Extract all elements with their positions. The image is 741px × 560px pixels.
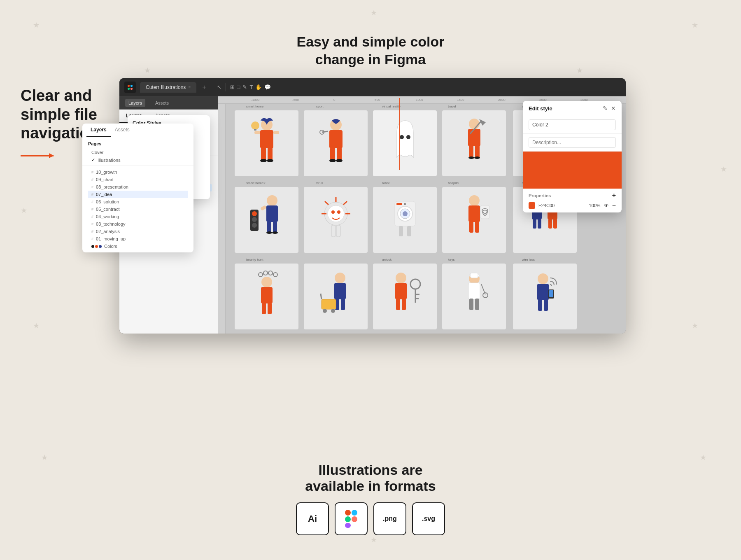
- svg-point-117: [538, 273, 548, 284]
- main-content: Easy and simple color change in Figma Cl…: [0, 0, 741, 560]
- lp-layer-04working[interactable]: # 04_working: [88, 213, 188, 220]
- visibility-icon[interactable]: 👁: [604, 203, 609, 208]
- svg-point-47: [272, 231, 278, 234]
- svg-rect-113: [469, 299, 473, 310]
- svg-rect-5: [260, 130, 273, 148]
- svg-rect-65: [404, 203, 406, 205]
- comment-tool[interactable]: 💬: [264, 84, 271, 90]
- svg-rect-59: [336, 225, 340, 237]
- lp-pages-title: Pages: [88, 141, 188, 146]
- svg-point-28: [468, 156, 474, 159]
- svg-line-92: [273, 274, 273, 275]
- svg-rect-72: [480, 205, 489, 219]
- svg-point-68: [469, 195, 480, 206]
- bottom-heading: Illustrations are available in formats: [305, 462, 436, 494]
- svg-rect-80: [553, 219, 557, 229]
- figma-format-icon: [345, 510, 357, 528]
- lp-layer-08presentation[interactable]: # 08_presentation: [88, 183, 188, 191]
- illus-cell-8: [373, 187, 437, 253]
- svg-rect-69: [468, 205, 480, 222]
- svg-point-12: [251, 121, 259, 130]
- svg-rect-13: [254, 129, 256, 131]
- svg-point-42: [267, 195, 277, 206]
- svg-line-90: [263, 274, 263, 275]
- lp-layer-03technology[interactable]: # 03_technology: [88, 220, 188, 228]
- svg-rect-75: [533, 219, 536, 229]
- lp-layers-tab[interactable]: Layers: [86, 124, 111, 137]
- move-tool[interactable]: ↖: [217, 84, 221, 90]
- pen-tool[interactable]: ✎: [242, 84, 247, 90]
- frame-tool[interactable]: ⊞: [230, 84, 235, 90]
- svg-point-101: [396, 273, 406, 283]
- assets-nav-tab[interactable]: Assets: [152, 99, 172, 107]
- svg-rect-123: [345, 510, 351, 516]
- svg-point-29: [474, 156, 480, 159]
- svg-rect-15: [329, 130, 343, 148]
- lp-colors-item[interactable]: Colors: [88, 243, 188, 250]
- svg-rect-102: [395, 283, 407, 299]
- close-style-button[interactable]: ✕: [611, 105, 616, 112]
- format-badges: Ai .png .svg: [296, 502, 445, 535]
- svg-rect-111: [471, 273, 478, 278]
- layers-nav-tab[interactable]: Layers: [125, 99, 145, 107]
- svg-rect-2: [128, 88, 130, 90]
- lp-tabs: Layers Assets: [82, 124, 193, 137]
- svg-point-22: [400, 135, 404, 139]
- lp-layer-07idea[interactable]: # 07_idea: [88, 191, 188, 198]
- add-tab-button[interactable]: +: [202, 84, 206, 91]
- lp-layer-02analysis[interactable]: # 02_analysis: [88, 228, 188, 235]
- lp-assets-tab[interactable]: Assets: [111, 124, 134, 137]
- esp-header: Edit style ✎ ✕: [523, 101, 622, 116]
- top-center-heading: Easy and simple color change in Figma: [296, 33, 444, 68]
- opacity-value: 100%: [589, 203, 601, 208]
- svg-point-105: [410, 279, 420, 289]
- lp-page-illustrations[interactable]: ✓ Illustrations: [88, 156, 188, 164]
- svg-rect-114: [475, 299, 479, 310]
- lp-layer-06solution[interactable]: # 06_solution: [88, 198, 188, 205]
- tab-close-icon[interactable]: ×: [188, 85, 191, 89]
- lp-layers-list: # 10_growth # 09_chart # 08_presentation…: [82, 166, 193, 252]
- figma-format-badge: [335, 502, 368, 535]
- arrow-decoration: [21, 155, 54, 156]
- color-name-input[interactable]: [529, 119, 616, 130]
- svg-rect-17: [337, 147, 342, 161]
- add-property-button[interactable]: +: [612, 192, 616, 199]
- svg-rect-11: [273, 131, 279, 134]
- figma-toolbar: Cuterr Illustrations × + ↖ ⊞ □ ✎ T ✋ 💬: [119, 78, 626, 96]
- svg-rect-10: [254, 131, 260, 134]
- svg-line-20: [322, 131, 328, 132]
- svg-rect-71: [475, 221, 479, 233]
- svg-rect-7: [268, 147, 273, 161]
- minus-icon[interactable]: −: [612, 202, 616, 209]
- description-input[interactable]: [529, 137, 616, 148]
- lp-layer-05contract[interactable]: # 05_contract: [88, 205, 188, 213]
- lp-layer-01movingup[interactable]: # 01_moving_up: [88, 235, 188, 243]
- svg-rect-26: [469, 145, 473, 158]
- svg-point-82: [261, 277, 272, 287]
- svg-rect-1: [130, 85, 133, 87]
- lp-layer-10growth[interactable]: # 10_growth: [88, 168, 188, 176]
- figma-tab[interactable]: Cuterr Illustrations ×: [140, 82, 196, 93]
- svg-point-56: [331, 210, 335, 214]
- lp-layer-09chart[interactable]: # 09_chart: [88, 176, 188, 183]
- text-tool[interactable]: T: [249, 84, 253, 90]
- illus-cell-1: [235, 110, 298, 176]
- ai-label: Ai: [308, 513, 317, 524]
- figma-logo: [124, 82, 136, 93]
- svg-rect-104: [402, 299, 406, 310]
- svg-point-8: [260, 159, 267, 162]
- svg-rect-67: [407, 226, 411, 236]
- description-field: [523, 134, 622, 152]
- svg-rect-58: [331, 225, 336, 237]
- illus-cell-9: [442, 187, 506, 253]
- svg-point-98: [323, 309, 327, 313]
- edit-icon[interactable]: ✎: [603, 105, 608, 112]
- svg-label: .svg: [422, 515, 435, 523]
- svg-rect-16: [330, 147, 335, 161]
- illus-cell-12: [304, 264, 368, 329]
- lp-page-cover[interactable]: Cover: [88, 149, 188, 156]
- svg-rect-125: [345, 516, 351, 522]
- illus-cell-15: [513, 264, 577, 329]
- hand-tool[interactable]: ✋: [255, 84, 262, 90]
- shape-tool[interactable]: □: [237, 84, 240, 90]
